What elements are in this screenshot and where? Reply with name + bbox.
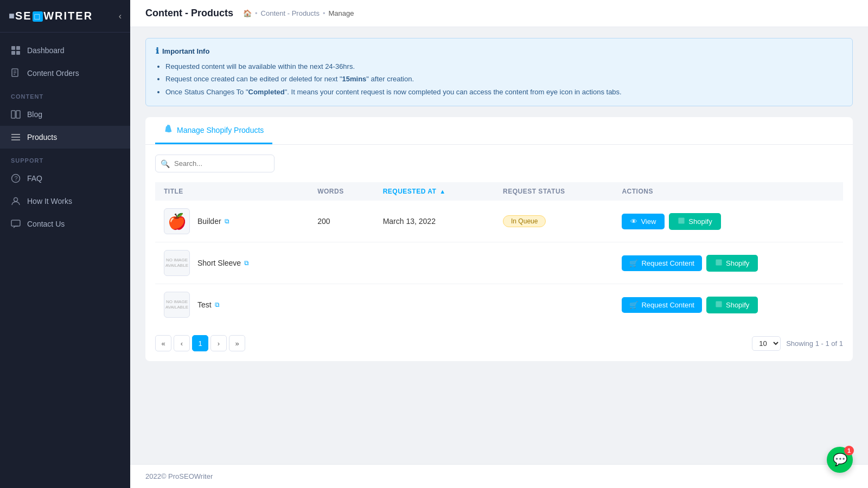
cart-icon-3: 🛒 [629, 301, 638, 309]
table-container: 🔍 TITLE WORDS REQUESTED AT ▲ REQUEST STA… [145, 145, 853, 361]
pagination-next[interactable]: › [210, 335, 227, 351]
shopify-button-1[interactable]: Shopify [669, 213, 720, 230]
alert-box: ℹ Important Info Requested content will … [145, 38, 853, 106]
content-area: ℹ Important Info Requested content will … [130, 27, 868, 464]
search-container: 🔍 [155, 155, 275, 172]
svg-rect-18 [716, 259, 722, 265]
table-body: 🍎 Builder ⧉ 200 March 13, 2022 In [155, 201, 843, 325]
chat-icon: 💬 [833, 453, 847, 467]
no-image-icon-3: NO IMAGE AVAILABLE [164, 297, 190, 313]
sort-arrow-icon: ▲ [439, 188, 445, 195]
col-request-status: REQUEST STATUS [494, 182, 613, 201]
sidebar-item-dashboard-label: Dashboard [27, 46, 65, 55]
content-section-label: CONTENT [0, 85, 130, 103]
cell-words-3 [309, 284, 374, 326]
help-circle-icon: ? [11, 174, 21, 183]
breadcrumb-content-products[interactable]: Content - Products [261, 9, 320, 17]
svg-rect-2 [11, 51, 15, 55]
tab-bar: Manage Shopify Products [145, 117, 853, 145]
sidebar-item-faq[interactable]: ? FAQ [0, 167, 130, 190]
sidebar-item-faq-label: FAQ [27, 174, 42, 183]
per-page-select[interactable]: 10 25 50 [752, 336, 781, 351]
sidebar-logo: ■ SE□WRITER ‹ [0, 0, 130, 33]
alert-title: ℹ Important Info [156, 46, 843, 56]
sidebar-item-dashboard[interactable]: Dashboard [0, 39, 130, 62]
svg-rect-1 [16, 46, 20, 50]
products-table: TITLE WORDS REQUESTED AT ▲ REQUEST STATU… [155, 182, 843, 325]
product-thumb-2: NO IMAGE AVAILABLE [164, 250, 190, 276]
sidebar-item-products[interactable]: Products [0, 126, 130, 149]
view-button-1[interactable]: 👁 View [622, 214, 665, 229]
tab-manage-shopify-products[interactable]: Manage Shopify Products [155, 117, 272, 144]
cell-actions-3: 🛒 Request Content Shopify [613, 284, 843, 326]
svg-text:?: ? [15, 175, 18, 182]
footer: 2022© ProSEOWriter [130, 464, 868, 488]
cell-words-1: 200 [309, 201, 374, 242]
pagination-first[interactable]: « [155, 335, 171, 351]
external-link-icon-1[interactable]: ⧉ [225, 217, 229, 225]
col-actions: ACTIONS [613, 182, 843, 201]
external-link-icon-3[interactable]: ⧉ [215, 301, 220, 309]
cell-date-2 [374, 242, 494, 284]
request-content-button-2[interactable]: 🛒 Request Content [622, 255, 702, 271]
cell-title-2: NO IMAGE AVAILABLE Short Sleeve ⧉ [155, 242, 309, 284]
chat-widget[interactable]: 💬 1 [827, 447, 853, 473]
request-content-button-3[interactable]: 🛒 Request Content [622, 297, 702, 313]
cell-date-1: March 13, 2022 [374, 201, 494, 242]
chat-badge: 1 [844, 446, 854, 455]
table-row: NO IMAGE AVAILABLE Short Sleeve ⧉ [155, 242, 843, 284]
support-section-label: SUPPORT [0, 149, 130, 167]
sidebar-item-blog[interactable]: Blog [0, 103, 130, 126]
col-words: WORDS [309, 182, 374, 201]
cell-date-3 [374, 284, 494, 326]
col-requested-at[interactable]: REQUESTED AT ▲ [374, 182, 494, 201]
cart-icon-2: 🛒 [629, 259, 638, 267]
pagination-page-1[interactable]: 1 [192, 335, 208, 351]
pagination-last[interactable]: » [229, 335, 245, 351]
product-thumb-3: NO IMAGE AVAILABLE [164, 292, 190, 318]
cell-actions-2: 🛒 Request Content Shopify [613, 242, 843, 284]
table-row: NO IMAGE AVAILABLE Test ⧉ [155, 284, 843, 326]
message-icon [11, 219, 21, 229]
sidebar-collapse-button[interactable]: ‹ [119, 11, 122, 21]
cell-words-2 [309, 242, 374, 284]
shopify-btn-icon-3 [715, 300, 723, 310]
svg-point-15 [14, 198, 18, 202]
sidebar-item-content-orders[interactable]: Content Orders [0, 62, 130, 85]
alert-item-2: Request once created can be edited or de… [165, 73, 843, 85]
sidebar-item-contact-us-label: Contact Us [27, 220, 65, 228]
shopify-button-2[interactable]: Shopify [706, 255, 758, 272]
sidebar: ■ SE□WRITER ‹ Dashboard [0, 0, 130, 488]
search-input[interactable] [155, 155, 275, 172]
sidebar-item-contact-us[interactable]: Contact Us [0, 213, 130, 235]
alert-item-1: Requested content will be available with… [165, 60, 843, 73]
per-page-row: 10 25 50 Showing 1 - 1 of 1 [752, 336, 843, 351]
tab-label: Manage Shopify Products [177, 126, 264, 134]
eye-icon: 👁 [630, 217, 637, 226]
cell-actions-1: 👁 View Shopify [613, 201, 843, 242]
cell-title-3: NO IMAGE AVAILABLE Test ⧉ [155, 284, 309, 326]
svg-rect-0 [11, 46, 15, 50]
sidebar-item-how-it-works[interactable]: How It Works [0, 190, 130, 213]
cell-title-1: 🍎 Builder ⧉ [155, 201, 309, 242]
sidebar-item-blog-label: Blog [27, 110, 42, 119]
alert-list: Requested content will be available with… [156, 60, 843, 98]
svg-rect-3 [16, 51, 20, 55]
col-title: TITLE [155, 182, 309, 201]
list-icon [11, 132, 21, 142]
pagination-prev[interactable]: ‹ [174, 335, 190, 351]
logo-text: SE□WRITER [15, 10, 93, 22]
pagination-row: « ‹ 1 › » 10 25 50 Showing 1 - 1 of 1 [155, 335, 843, 351]
search-icon: 🔍 [161, 159, 170, 168]
external-link-icon-2[interactable]: ⧉ [244, 259, 249, 267]
table-row: 🍎 Builder ⧉ 200 March 13, 2022 In [155, 201, 843, 242]
breadcrumb-home-icon[interactable]: 🏠 [243, 9, 252, 17]
shopify-button-3[interactable]: Shopify [706, 297, 758, 313]
apple-icon: 🍎 [168, 213, 187, 230]
svg-rect-19 [716, 301, 722, 307]
no-image-icon-2: NO IMAGE AVAILABLE [164, 255, 190, 271]
columns-icon [11, 110, 21, 119]
grid-icon [11, 46, 21, 55]
file-text-icon [11, 68, 21, 78]
svg-rect-9 [16, 111, 20, 118]
